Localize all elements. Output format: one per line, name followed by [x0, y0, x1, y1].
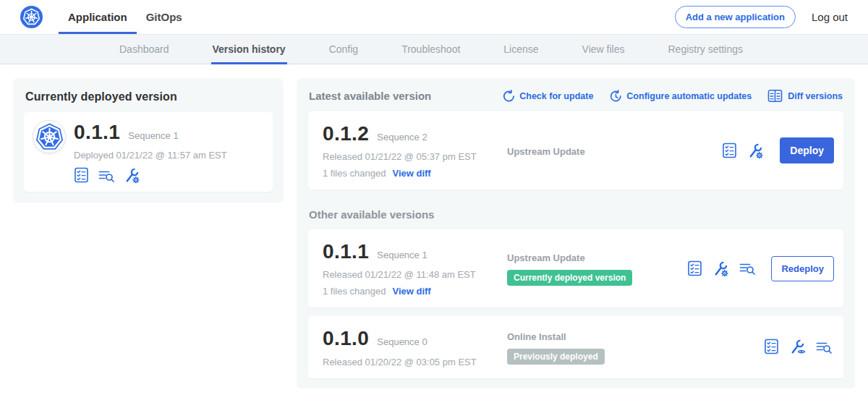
sequence-label: Sequence 0: [377, 336, 427, 347]
view-diff-link[interactable]: View diff: [392, 286, 430, 297]
deployed-timestamp: Deployed 01/21/22 @ 11:57 am EST: [74, 150, 227, 161]
diff-versions-label: Diff versions: [788, 91, 843, 101]
app-logo: [20, 0, 43, 34]
view-diff-link[interactable]: View diff: [392, 168, 430, 179]
version-card-0-1-2: 0.1.2 Sequence 2 Released 01/21/22 @ 05:…: [308, 111, 843, 190]
currently-deployed-badge: Currently deployed version: [507, 270, 632, 286]
sequence-label: Sequence 2: [377, 132, 427, 143]
subnav-registry-settings[interactable]: Registry settings: [668, 35, 742, 64]
version-card-0-1-1: 0.1.1 Sequence 1 Released 01/21/22 @ 11:…: [308, 229, 843, 307]
version-number: 0.1.0: [323, 327, 369, 350]
top-tabs: Application GitOps: [59, 0, 192, 34]
tab-application-label: Application: [68, 11, 127, 23]
subnav-troubleshoot[interactable]: Troubleshoot: [401, 35, 460, 64]
latest-version-title: Latest available version: [309, 90, 431, 102]
redeploy-button[interactable]: Redeploy: [771, 256, 834, 281]
released-timestamp: Released 01/21/22 @ 05:37 pm EST: [323, 151, 507, 162]
config-icon[interactable]: [124, 167, 140, 184]
view-files-icon[interactable]: [98, 169, 114, 183]
app-icon-badge: [33, 120, 66, 153]
files-changed-label: 1 files changed: [323, 168, 386, 179]
files-changed-label: 1 files changed: [323, 286, 386, 297]
released-timestamp: Released 01/20/22 @ 03:05 pm EST: [323, 357, 507, 367]
view-files-icon[interactable]: [816, 340, 832, 354]
version-number: 0.1.1: [323, 240, 369, 263]
configure-updates-link[interactable]: Configure automatic updates: [609, 90, 752, 102]
check-for-update-link[interactable]: Check for update: [502, 90, 593, 102]
add-application-button[interactable]: Add a new application: [675, 6, 796, 28]
currently-deployed-panel: Currently deployed version 0.1.1 Sequenc…: [13, 78, 284, 203]
config-icon[interactable]: [747, 143, 764, 159]
version-number: 0.1.2: [323, 122, 369, 145]
other-versions-title: Other available versions: [309, 208, 843, 221]
logout-link[interactable]: Log out: [812, 11, 848, 23]
subnav-version-history[interactable]: Version history: [213, 35, 286, 64]
tab-gitops-label: GitOps: [146, 11, 182, 23]
released-timestamp: Released 01/21/22 @ 11:48 am EST: [323, 269, 507, 280]
deployed-version-number: 0.1.1: [74, 121, 120, 144]
version-source: Online Install: [507, 331, 764, 342]
deployed-panel-title: Currently deployed version: [24, 88, 273, 103]
check-for-update-label: Check for update: [519, 91, 593, 101]
version-card-0-1-0: 0.1.0 Sequence 0 Released 01/20/22 @ 03:…: [308, 316, 843, 378]
version-source: Upstream Update: [507, 252, 687, 263]
refresh-icon: [502, 90, 514, 102]
diff-versions-link[interactable]: Diff versions: [767, 89, 843, 103]
kubernetes-logo-icon: [20, 6, 43, 28]
subnav-dashboard[interactable]: Dashboard: [119, 35, 169, 64]
config-icon[interactable]: [712, 260, 729, 277]
kubernetes-logo-icon: [35, 122, 64, 152]
release-notes-icon[interactable]: [764, 339, 779, 355]
view-files-icon[interactable]: [739, 261, 755, 276]
release-notes-icon[interactable]: [722, 143, 737, 159]
version-source: Upstream Update: [507, 146, 722, 157]
config-icon[interactable]: [789, 339, 806, 355]
deployed-version-card: 0.1.1 Sequence 1 Deployed 01/21/22 @ 11:…: [24, 112, 273, 192]
top-header: Application GitOps Add a new application…: [0, 0, 868, 34]
tab-gitops[interactable]: GitOps: [137, 0, 192, 34]
tab-application[interactable]: Application: [59, 0, 137, 34]
diff-icon: [767, 89, 783, 103]
version-history-panel: Latest available version Check for updat…: [297, 78, 855, 388]
configure-updates-label: Configure automatic updates: [626, 91, 752, 101]
previously-deployed-badge: Previously deployed: [507, 349, 605, 365]
subnav-config[interactable]: Config: [329, 35, 358, 64]
subnav-license[interactable]: License: [503, 35, 538, 64]
deploy-button[interactable]: Deploy: [780, 137, 834, 163]
release-notes-icon[interactable]: [687, 260, 702, 277]
app-subnav: Dashboard Version history Config Trouble…: [0, 34, 868, 64]
deployed-sequence: Sequence 1: [128, 130, 178, 141]
release-notes-icon[interactable]: [74, 167, 89, 184]
subnav-view-files[interactable]: View files: [582, 35, 625, 64]
sequence-label: Sequence 1: [377, 250, 427, 260]
auto-update-icon: [609, 90, 621, 102]
